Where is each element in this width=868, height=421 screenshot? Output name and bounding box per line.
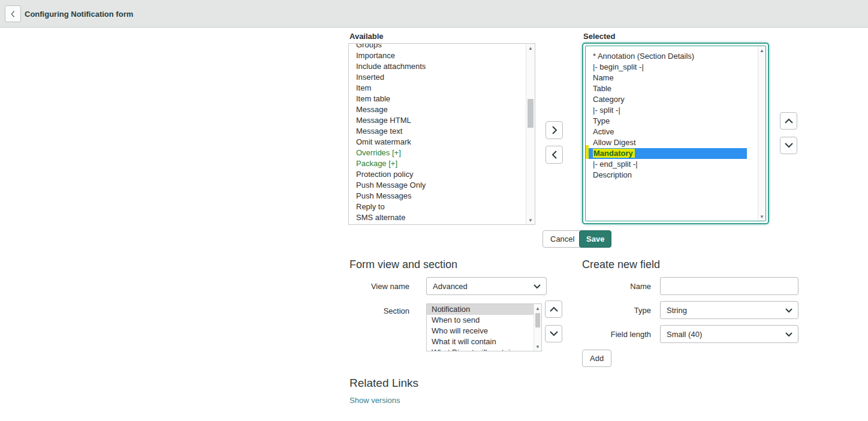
chevron-down-icon — [550, 331, 558, 336]
scroll-up-icon[interactable]: ▲ — [534, 304, 541, 312]
scroll-down-icon[interactable]: ▼ — [526, 216, 535, 224]
selected-item[interactable]: Mandatory — [586, 148, 747, 159]
chevron-left-icon — [551, 151, 557, 159]
selected-item[interactable]: Name — [586, 73, 758, 83]
available-item[interactable]: Reply to — [349, 202, 526, 212]
field-length-label: Field length — [579, 330, 651, 339]
scrollbar-thumb[interactable] — [528, 99, 534, 128]
section-item[interactable]: What Digest will contain — [427, 347, 534, 351]
available-item[interactable]: Package [+] — [349, 158, 526, 169]
scroll-up-icon[interactable]: ▲ — [758, 46, 765, 55]
selected-item[interactable]: Allow Digest — [586, 137, 758, 148]
create-new-field-heading: Create new field — [582, 258, 660, 271]
view-name-value: Advanced — [433, 282, 468, 291]
page: Configuring Notification form Available … — [0, 0, 868, 421]
chevron-up-icon — [785, 118, 793, 124]
available-item[interactable]: Overrides [+] — [349, 148, 526, 158]
available-item[interactable]: Inserted — [349, 72, 526, 83]
available-item[interactable]: Message — [349, 104, 526, 115]
move-down-button[interactable] — [780, 137, 797, 154]
move-left-button[interactable] — [545, 146, 563, 164]
available-item[interactable]: Protection policy — [349, 169, 526, 180]
move-up-button[interactable] — [780, 112, 797, 130]
selected-item[interactable]: Active — [586, 127, 758, 137]
selected-item[interactable]: |- begin_split -| — [586, 62, 758, 73]
available-label: Available — [349, 32, 384, 41]
name-input[interactable] — [660, 277, 798, 295]
section-item[interactable]: When to send — [427, 315, 534, 326]
scrollbar-thumb[interactable] — [535, 313, 540, 327]
chevron-down-icon — [785, 308, 792, 313]
available-item[interactable]: Include attachments — [349, 61, 526, 72]
chevron-up-icon — [550, 306, 558, 312]
field-length-select[interactable]: Small (40) — [660, 325, 798, 343]
available-item[interactable]: Groups — [349, 43, 526, 50]
chevron-down-icon — [534, 284, 541, 289]
selected-item[interactable]: Category — [586, 94, 758, 105]
available-item[interactable]: Push Messages — [349, 191, 526, 202]
selected-item[interactable]: Description — [586, 170, 758, 181]
related-links-heading: Related Links — [349, 377, 418, 390]
available-item[interactable]: Importance — [349, 50, 526, 61]
section-item[interactable]: Who will receive — [427, 326, 534, 336]
type-select[interactable]: String — [660, 301, 798, 319]
available-scrollbar[interactable]: ▲ ▼ — [526, 44, 535, 224]
add-button[interactable]: Add — [582, 350, 611, 367]
chevron-down-icon — [785, 143, 793, 148]
scroll-down-icon[interactable]: ▼ — [534, 342, 541, 351]
show-versions-link[interactable]: Show versions — [349, 396, 400, 405]
available-listbox[interactable]: Groups Importance Include attachments In… — [348, 43, 535, 225]
selected-item[interactable]: Table — [586, 83, 758, 94]
save-button[interactable]: Save — [579, 230, 611, 248]
available-item[interactable]: Message HTML — [349, 115, 526, 126]
back-button[interactable] — [5, 5, 21, 22]
header-bar: Configuring Notification form — [0, 0, 868, 28]
back-chevron-icon — [10, 10, 16, 18]
form-view-section-heading: Form view and section — [349, 258, 457, 271]
view-name-select[interactable]: Advanced — [426, 277, 547, 295]
selected-listbox[interactable]: * Annotation (Section Details) |- begin_… — [582, 43, 769, 224]
selected-scrollbar[interactable]: ▲ ▼ — [758, 46, 765, 221]
type-value: String — [667, 306, 687, 315]
available-item[interactable]: Push Message Only — [349, 180, 526, 191]
available-item[interactable]: Item — [349, 83, 526, 94]
section-scrollbar[interactable]: ▲ ▼ — [534, 304, 541, 351]
move-right-button[interactable] — [545, 121, 563, 139]
chevron-down-icon — [785, 332, 792, 337]
chevron-right-icon — [551, 126, 557, 134]
section-item[interactable]: Notification — [427, 304, 534, 315]
selected-item[interactable]: Type — [586, 116, 758, 127]
section-down-button[interactable] — [545, 325, 562, 342]
page-title: Configuring Notification form — [25, 10, 133, 19]
name-label: Name — [579, 282, 651, 291]
available-item[interactable]: SMS alternate — [349, 212, 526, 223]
field-length-value: Small (40) — [667, 330, 702, 339]
view-name-label: View name — [337, 282, 409, 291]
section-label: Section — [337, 306, 409, 315]
available-item[interactable]: Item table — [349, 94, 526, 104]
selected-item[interactable]: |- end_split -| — [586, 159, 758, 170]
scroll-up-icon[interactable]: ▲ — [526, 44, 535, 52]
section-up-button[interactable] — [545, 300, 562, 318]
available-item[interactable]: Omit watermark — [349, 137, 526, 148]
selected-item[interactable]: * Annotation (Section Details) — [586, 51, 758, 62]
section-item[interactable]: What it will contain — [427, 336, 534, 347]
type-label: Type — [579, 306, 651, 315]
section-listbox[interactable]: Notification When to send Who will recei… — [426, 303, 542, 351]
scroll-down-icon[interactable]: ▼ — [758, 212, 765, 221]
selected-label: Selected — [583, 32, 615, 41]
cancel-button[interactable]: Cancel — [542, 230, 582, 248]
available-item[interactable]: Message text — [349, 126, 526, 137]
selected-item[interactable]: |- split -| — [586, 105, 758, 116]
